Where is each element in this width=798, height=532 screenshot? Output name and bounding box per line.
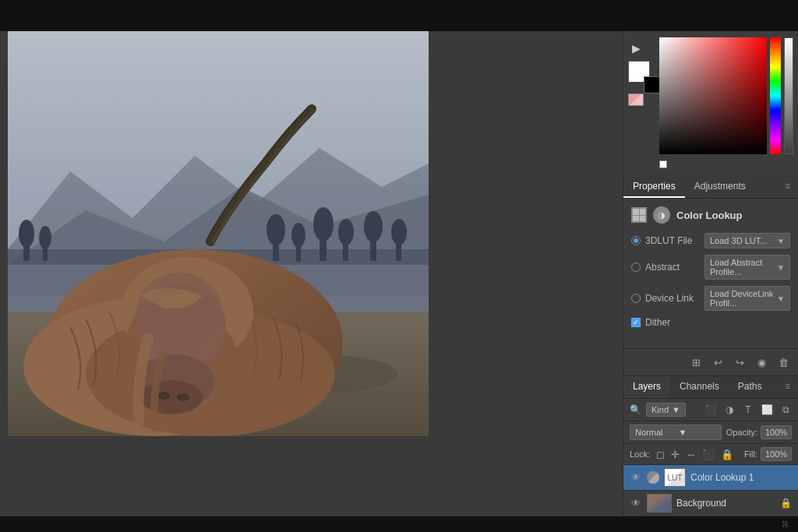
bottom-watermark: ℝ <box>782 520 789 530</box>
eye-icon-background[interactable]: 👁 <box>630 497 642 509</box>
opacity-field: Opacity: 100% <box>726 425 792 439</box>
lock-label: Lock: <box>630 449 650 459</box>
radio-abstract[interactable] <box>631 262 641 272</box>
gradient-area <box>659 37 793 171</box>
background-lock-icon: 🔒 <box>780 498 792 509</box>
main-area: Properties Adjustments ≡ ◑ Color Lookup <box>0 31 798 516</box>
fill-value[interactable]: 100% <box>761 447 792 461</box>
layer-icon-pixel[interactable]: ⬛ <box>704 403 717 416</box>
play-button[interactable] <box>628 41 644 56</box>
opacity-slider[interactable] <box>784 37 793 154</box>
layer-filter-icons: ⬛ ◑ T ⬜ ⧉ <box>704 403 792 416</box>
color-swatches[interactable] <box>628 61 656 89</box>
layer-icon-smart[interactable]: ⧉ <box>779 403 792 416</box>
color-indicator[interactable] <box>659 160 667 168</box>
lock-row: Lock: ◻ ✛ ↔ ⬛ 🔒 Fill: 100% <box>623 444 798 465</box>
gradient-main[interactable] <box>659 37 767 154</box>
layer-mask-color-lookup <box>647 471 659 484</box>
dither-label: Dither <box>645 317 670 328</box>
action-icon-visibility[interactable]: ◉ <box>754 355 768 369</box>
dropdown-devicelink[interactable]: Load DeviceLink Profil... ▼ <box>704 286 790 311</box>
tab-paths[interactable]: Paths <box>729 376 772 398</box>
layers-panel: Layers Channels Paths ≡ 🔍 Kind ▼ ⬛ ◑ T ⬜… <box>623 375 798 516</box>
option-row-3dlut: 3DLUT File Load 3D LUT... ▼ <box>631 233 790 248</box>
layer-item-background[interactable]: 👁 Background 🔒 <box>623 491 798 516</box>
adjust-icon: ◑ <box>653 206 670 224</box>
eraser-icon[interactable] <box>628 93 644 106</box>
panel-tab-more[interactable]: ≡ <box>777 176 798 198</box>
color-picker-row <box>659 37 793 154</box>
tab-adjustments[interactable]: Adjustments <box>685 176 755 198</box>
panel-tabs: Properties Adjustments ≡ <box>623 174 798 199</box>
highland-cow-svg <box>8 31 429 436</box>
color-picker-bottom <box>659 157 793 171</box>
color-gradient-picker[interactable] <box>659 37 767 154</box>
hue-slider[interactable] <box>770 37 781 154</box>
layer-icon-shape[interactable]: ⬜ <box>761 403 773 416</box>
dropdown-abstract[interactable]: Load Abstract Profile... ▼ <box>704 255 790 280</box>
dropdown-devicelink-value: Load DeviceLink Profil... <box>710 289 777 308</box>
grid-icon-cell <box>640 216 646 222</box>
grid-icon <box>631 207 647 223</box>
canvas-area <box>0 31 623 516</box>
fill-label: Fill: <box>744 449 757 459</box>
background-swatch[interactable] <box>644 76 661 93</box>
action-icon-undo[interactable]: ↩ <box>711 355 725 369</box>
blend-mode-arrow: ▼ <box>678 428 687 437</box>
panel-title: Color Lookup <box>676 210 743 221</box>
layer-item-color-lookup[interactable]: 👁 LUT Color Lookup 1 <box>623 465 798 491</box>
tab-properties[interactable]: Properties <box>623 176 685 198</box>
panel-title-row: ◑ Color Lookup <box>631 206 790 224</box>
label-abstract: Abstract <box>645 262 700 273</box>
properties-panel: Properties Adjustments ≡ ◑ Color Lookup <box>623 174 798 375</box>
radio-3dlut[interactable] <box>631 236 641 245</box>
eye-icon-color-lookup[interactable]: 👁 <box>630 471 642 484</box>
layer-thumbnail-background <box>647 494 672 513</box>
tab-channels[interactable]: Channels <box>670 376 729 398</box>
lock-icon-artboard[interactable]: ⬛ <box>702 449 715 460</box>
blend-mode-dropdown[interactable]: Normal ▼ <box>630 425 722 440</box>
layer-icon-type[interactable]: T <box>742 403 754 416</box>
option-row-abstract: Abstract Load Abstract Profile... ▼ <box>631 255 790 280</box>
grid-icon-cell <box>640 209 646 215</box>
blend-mode-value: Normal <box>635 428 662 437</box>
kind-dropdown-label: Kind <box>651 405 669 414</box>
opacity-value[interactable]: 100% <box>761 425 792 439</box>
dropdown-abstract-value: Load Abstract Profile... <box>710 258 777 277</box>
dither-checkbox[interactable] <box>631 318 641 327</box>
action-icon-delete[interactable]: 🗑 <box>776 355 790 369</box>
top-bar <box>0 0 798 31</box>
right-panel: Properties Adjustments ≡ ◑ Color Lookup <box>623 31 798 516</box>
dither-row: Dither <box>631 317 790 328</box>
layer-thumbnail-color-lookup: LUT <box>664 468 686 487</box>
opacity-label: Opacity: <box>726 428 757 437</box>
grid-icon-cell <box>633 209 639 215</box>
color-picker-tools <box>628 37 656 171</box>
color-picker-section <box>623 31 798 174</box>
lock-icon-position[interactable]: ↔ <box>686 449 696 460</box>
layers-tab-more[interactable]: ≡ <box>777 376 798 398</box>
label-3dlut: 3DLUT File <box>645 235 700 246</box>
bottom-bar: ℝ <box>0 516 798 532</box>
canvas-image <box>8 31 429 436</box>
fill-field: Fill: 100% <box>744 447 792 461</box>
action-icon-grid[interactable]: ⊞ <box>689 355 703 369</box>
blend-row: Normal ▼ Opacity: 100% <box>623 421 798 444</box>
radio-devicelink[interactable] <box>631 294 641 303</box>
action-icons-row: ⊞ ↩ ↪ ◉ 🗑 <box>623 348 798 375</box>
tab-layers[interactable]: Layers <box>623 376 670 398</box>
action-icon-redo[interactable]: ↪ <box>733 355 747 369</box>
layers-tabs: Layers Channels Paths ≡ <box>623 376 798 399</box>
dropdown-devicelink-arrow: ▼ <box>777 294 785 303</box>
lock-icon-transparent[interactable]: ◻ <box>656 449 665 460</box>
label-devicelink: Device Link <box>645 293 700 304</box>
lock-icon-all[interactable]: 🔒 <box>721 449 733 460</box>
layer-icon-adjust[interactable]: ◑ <box>723 403 736 416</box>
svg-rect-35 <box>8 31 429 436</box>
dropdown-3dlut[interactable]: Load 3D LUT... ▼ <box>704 233 790 248</box>
kind-dropdown[interactable]: Kind ▼ <box>646 403 686 417</box>
layer-name-color-lookup: Color Lookup 1 <box>690 472 792 483</box>
dropdown-abstract-arrow: ▼ <box>777 263 785 272</box>
lock-icon-image[interactable]: ✛ <box>671 449 680 460</box>
dropdown-3dlut-arrow: ▼ <box>777 237 785 245</box>
